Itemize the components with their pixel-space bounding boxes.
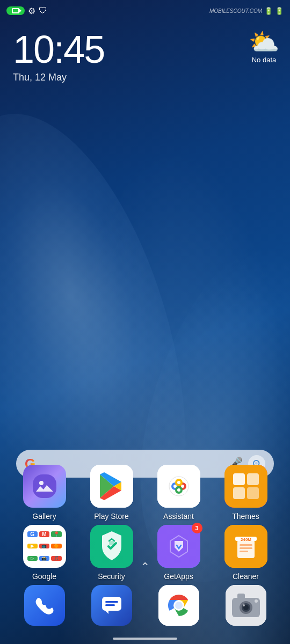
gallery-icon: [23, 465, 66, 508]
camera-icon: [226, 585, 266, 626]
svg-rect-21: [109, 541, 114, 545]
svg-rect-15: [224, 465, 267, 508]
battery-icon-1: 🔋: [264, 7, 273, 15]
themes-icon-wrapper: [224, 465, 267, 508]
svg-point-45: [255, 599, 258, 603]
svg-rect-18: [233, 487, 245, 499]
dock-phone[interactable]: [20, 585, 69, 626]
status-left: ⚙ 🛡: [6, 6, 47, 16]
svg-point-37: [175, 602, 183, 609]
clock-section: 10:45 Thu, 12 May: [0, 19, 290, 89]
svg-rect-17: [247, 473, 259, 485]
svg-point-3: [39, 481, 44, 485]
drawer-handle[interactable]: ⌃: [0, 556, 290, 579]
app-row-1: Gallery Play Store: [11, 465, 279, 521]
playstore-icon: [90, 465, 133, 508]
record-dot: [12, 8, 19, 13]
svg-point-13: [177, 481, 180, 484]
battery-icon-2: 🔋: [275, 7, 284, 15]
messages-icon: [91, 585, 132, 626]
watermark-text: MOBILESCOUT.COM: [209, 8, 262, 14]
weather-widget: ⛅ No data: [249, 27, 279, 64]
svg-rect-16: [233, 473, 245, 485]
dock-chrome[interactable]: [155, 585, 203, 626]
svg-point-1: [255, 462, 258, 465]
gallery-label: Gallery: [32, 512, 56, 521]
svg-rect-27: [240, 544, 252, 546]
svg-rect-28: [240, 547, 252, 549]
svg-rect-2: [33, 474, 56, 498]
dock-camera[interactable]: [222, 585, 270, 626]
playstore-label: Play Store: [94, 512, 129, 521]
phone-icon: [24, 585, 65, 626]
dock: [0, 579, 290, 634]
app-assistant[interactable]: Assistant: [149, 465, 208, 521]
assistant-icon: [157, 465, 200, 508]
themes-label: Themes: [232, 512, 259, 521]
home-indicator: [113, 638, 177, 640]
svg-rect-31: [102, 597, 121, 611]
dock-messages[interactable]: [88, 585, 136, 626]
app-gallery[interactable]: Gallery: [15, 465, 74, 521]
record-indicator: [6, 6, 25, 15]
assistant-icon-wrapper: [157, 465, 200, 508]
svg-rect-29: [240, 551, 248, 552]
themes-icon: [224, 465, 267, 508]
status-right: MOBILESCOUT.COM 🔋 🔋: [209, 7, 284, 15]
svg-rect-44: [237, 594, 245, 599]
status-bar: ⚙ 🛡 MOBILESCOUT.COM 🔋 🔋: [0, 0, 290, 19]
app-themes[interactable]: Themes: [216, 465, 276, 521]
shield-status-icon: 🛡: [39, 6, 47, 16]
clock-time: 10:45: [13, 30, 277, 69]
svg-rect-33: [105, 604, 115, 606]
playstore-icon-wrapper: [90, 465, 133, 508]
dock-container: ⌃: [0, 556, 290, 644]
chevron-up-icon: ⌃: [140, 560, 150, 574]
chrome-icon: [158, 585, 199, 626]
getapps-badge: 3: [192, 523, 202, 533]
assistant-label: Assistant: [163, 512, 194, 521]
gallery-icon-wrapper: [23, 465, 66, 508]
settings-status-icon: ⚙: [28, 6, 35, 16]
weather-icon: ⛅: [249, 27, 279, 55]
svg-point-43: [243, 604, 245, 606]
weather-no-data: No data: [249, 56, 279, 64]
svg-text:240M: 240M: [240, 537, 251, 542]
clock-date: Thu, 12 May: [13, 72, 277, 83]
svg-rect-32: [105, 601, 118, 603]
app-playstore[interactable]: Play Store: [82, 465, 141, 521]
svg-rect-19: [247, 487, 259, 499]
svg-point-14: [177, 488, 180, 492]
